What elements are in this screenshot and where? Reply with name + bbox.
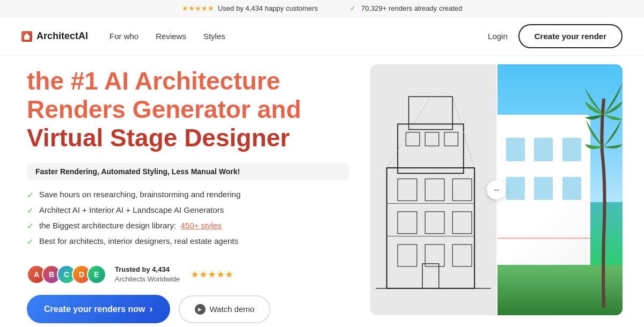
logo-text: ArchitectAI: [36, 31, 88, 42]
feature-text-2: Architect AI + Interior AI + Landscape A…: [39, 205, 224, 214]
palm-svg: [585, 64, 623, 315]
login-button[interactable]: Login: [488, 32, 508, 41]
svg-rect-4: [398, 124, 464, 173]
logo[interactable]: ArchitectAI: [21, 31, 88, 42]
styles-link[interactable]: 450+ styles: [180, 221, 221, 230]
render-window-5: [534, 177, 553, 200]
render-side: [496, 64, 623, 315]
nav-link-for-who[interactable]: For who: [109, 32, 138, 41]
hero-title-line2: Renders Generator and: [27, 95, 301, 123]
svg-rect-3: [387, 168, 474, 288]
navbar: ArchitectAI For who Reviews Styles Login…: [0, 17, 644, 56]
svg-rect-18: [422, 264, 439, 288]
nav-links: For who Reviews Styles: [109, 32, 225, 41]
svg-rect-6: [398, 179, 417, 201]
nav-left: ArchitectAI For who Reviews Styles: [21, 31, 225, 42]
play-icon: ▶: [195, 304, 206, 315]
features-list: ✓ Save hours on researching, brainstormi…: [27, 190, 349, 252]
trusted-count: Trusted by 4,434 Architects Worldwide: [115, 265, 180, 284]
banner-used-by: Used by 4,434 happy customers: [218, 4, 318, 12]
create-render-nav-button[interactable]: Create your render: [518, 24, 623, 48]
check-icon-4: ✓: [27, 237, 34, 247]
svg-rect-17: [444, 132, 458, 146]
banner-stars: ★★★★★: [182, 4, 214, 12]
svg-rect-13: [425, 244, 444, 266]
create-renders-button[interactable]: Create your renders now ›: [27, 295, 170, 323]
hero-title: the #1 AI Architecture Renders Generator…: [27, 67, 349, 152]
left-content: the #1 AI Architecture Renders Generator…: [27, 56, 349, 324]
sketch-side: [370, 64, 496, 315]
render-window-3: [562, 138, 581, 161]
watch-demo-button[interactable]: ▶ Watch demo: [179, 295, 271, 323]
svg-rect-11: [452, 212, 472, 234]
render-window-6: [562, 177, 581, 200]
avatar-5: E: [87, 265, 106, 284]
trusted-text: Trusted by 4,434 Architects Worldwide: [115, 265, 180, 284]
svg-rect-8: [452, 179, 472, 201]
nav-link-reviews[interactable]: Reviews: [156, 32, 186, 41]
svg-rect-10: [425, 212, 444, 234]
svg-rect-12: [398, 244, 417, 266]
main-content: the #1 AI Architecture Renders Generator…: [0, 56, 644, 324]
check-icon-3: ✓: [27, 221, 34, 231]
nav-right: Login Create your render: [488, 24, 623, 48]
subtitle-badge: Faster Rendering, Automated Styling, Les…: [27, 163, 349, 180]
nav-link-styles[interactable]: Styles: [203, 32, 225, 41]
social-proof: A B C D E Trusted by 4,434 Architects Wo…: [27, 265, 349, 284]
banner-right: ✓ 70,329+ renders already created: [350, 4, 462, 12]
banner-renders-count: 70,329+ renders already created: [361, 4, 462, 12]
top-banner: ★★★★★ Used by 4,434 happy customers ✓ 70…: [0, 0, 644, 17]
banner-check-icon: ✓: [350, 4, 356, 12]
palm-area: [585, 64, 623, 315]
banner-left: ★★★★★ Used by 4,434 happy customers: [182, 4, 318, 12]
cta-secondary-label: Watch demo: [210, 304, 255, 314]
before-after-container: ↔: [370, 64, 623, 315]
svg-rect-0: [24, 36, 30, 40]
check-icon-2: ✓: [27, 206, 34, 215]
check-icon-1: ✓: [27, 190, 34, 200]
cta-arrow-icon: ›: [150, 303, 153, 315]
svg-rect-7: [425, 179, 444, 201]
svg-rect-15: [406, 132, 420, 146]
slider-handle[interactable]: ↔: [487, 180, 506, 199]
svg-rect-9: [398, 212, 417, 234]
svg-marker-1: [24, 33, 30, 36]
avatars-group: A B C D E: [27, 265, 106, 284]
rating-stars: ★★★★★: [191, 269, 233, 280]
cta-primary-label: Create your renders now: [44, 304, 145, 314]
cta-buttons: Create your renders now › ▶ Watch demo: [27, 295, 349, 323]
feature-item-4: ✓ Best for architects, interior designer…: [27, 236, 349, 247]
hero-title-line1: the #1 AI Architecture: [27, 67, 280, 95]
sketch-svg: [370, 64, 496, 315]
render-window-4: [506, 177, 525, 200]
feature-item-3: ✓ the Biggest architecture design librar…: [27, 221, 349, 231]
hero-title-line3: Virtual Stage Designer: [27, 124, 290, 152]
render-balcony: [496, 237, 590, 239]
render-window-1: [506, 138, 525, 161]
feature-text-3: the Biggest architecture design library:…: [39, 221, 222, 230]
svg-rect-16: [425, 132, 439, 146]
feature-text-1: Save hours on researching, brainstorming…: [39, 190, 240, 199]
svg-rect-14: [452, 244, 472, 266]
logo-icon: [21, 31, 32, 42]
render-building: [496, 115, 590, 270]
feature-item-1: ✓ Save hours on researching, brainstormi…: [27, 190, 349, 200]
feature-text-4: Best for architects, interior designers,…: [39, 236, 238, 246]
feature-item-2: ✓ Architect AI + Interior AI + Landscape…: [27, 205, 349, 215]
svg-rect-5: [409, 96, 453, 129]
render-window-2: [534, 138, 553, 161]
hero-image: ↔: [370, 64, 623, 315]
